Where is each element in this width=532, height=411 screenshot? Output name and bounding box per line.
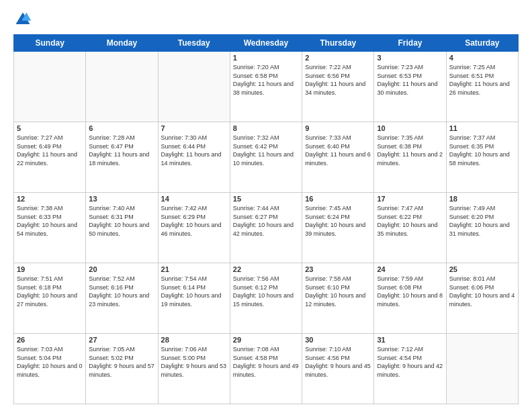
day-number: 21: [161, 265, 227, 273]
calendar-cell: 24Sunrise: 7:59 AMSunset: 6:08 PMDayligh…: [374, 263, 446, 334]
day-info: Sunrise: 7:20 AMSunset: 6:58 PMDaylight:…: [233, 63, 299, 97]
calendar-cell: 5Sunrise: 7:27 AMSunset: 6:49 PMDaylight…: [14, 122, 86, 193]
day-number: 27: [89, 336, 154, 344]
calendar-cell: 21Sunrise: 7:54 AMSunset: 6:14 PMDayligh…: [158, 263, 230, 334]
calendar-cell: 19Sunrise: 7:51 AMSunset: 6:18 PMDayligh…: [14, 263, 86, 334]
day-number: 23: [305, 265, 371, 273]
day-info: Sunrise: 7:23 AMSunset: 6:53 PMDaylight:…: [377, 63, 443, 97]
calendar-cell: 7Sunrise: 7:30 AMSunset: 6:44 PMDaylight…: [158, 122, 230, 193]
day-info: Sunrise: 7:56 AMSunset: 6:12 PMDaylight:…: [233, 275, 299, 308]
day-info: Sunrise: 7:52 AMSunset: 6:16 PMDaylight:…: [89, 275, 154, 308]
day-info: Sunrise: 7:22 AMSunset: 6:56 PMDaylight:…: [305, 63, 371, 97]
day-info: Sunrise: 7:38 AMSunset: 6:33 PMDaylight:…: [17, 204, 83, 238]
calendar-week-row: 26Sunrise: 7:03 AMSunset: 5:04 PMDayligh…: [14, 334, 519, 404]
calendar-cell: 12Sunrise: 7:38 AMSunset: 6:33 PMDayligh…: [14, 193, 86, 263]
calendar-cell: 20Sunrise: 7:52 AMSunset: 6:16 PMDayligh…: [86, 263, 158, 334]
day-number: 4: [449, 54, 515, 62]
calendar-cell: 9Sunrise: 7:33 AMSunset: 6:40 PMDaylight…: [302, 122, 374, 193]
day-info: Sunrise: 7:59 AMSunset: 6:08 PMDaylight:…: [377, 275, 443, 308]
logo-icon: [13, 10, 32, 29]
calendar-cell: 1Sunrise: 7:20 AMSunset: 6:58 PMDaylight…: [230, 52, 302, 122]
calendar-cell: 13Sunrise: 7:40 AMSunset: 6:31 PMDayligh…: [86, 193, 158, 263]
calendar-cell: 16Sunrise: 7:45 AMSunset: 6:24 PMDayligh…: [302, 193, 374, 263]
day-number: 29: [233, 336, 299, 344]
day-number: 13: [89, 195, 154, 203]
day-info: Sunrise: 7:42 AMSunset: 6:29 PMDaylight:…: [161, 204, 227, 238]
day-number: 7: [161, 124, 227, 132]
calendar-cell: 26Sunrise: 7:03 AMSunset: 5:04 PMDayligh…: [14, 334, 86, 404]
day-number: 1: [233, 54, 299, 62]
calendar-cell: 15Sunrise: 7:44 AMSunset: 6:27 PMDayligh…: [230, 193, 302, 263]
day-info: Sunrise: 7:33 AMSunset: 6:40 PMDaylight:…: [305, 134, 371, 167]
calendar-cell: 27Sunrise: 7:05 AMSunset: 5:02 PMDayligh…: [86, 334, 158, 404]
day-info: Sunrise: 7:58 AMSunset: 6:10 PMDaylight:…: [305, 275, 371, 308]
day-info: Sunrise: 7:30 AMSunset: 6:44 PMDaylight:…: [161, 134, 227, 167]
day-number: 15: [233, 195, 299, 203]
calendar-header-row: SundayMondayTuesdayWednesdayThursdayFrid…: [14, 35, 519, 52]
day-number: 30: [305, 336, 371, 344]
day-info: Sunrise: 7:08 AMSunset: 4:58 PMDaylight:…: [233, 345, 299, 379]
calendar-cell: 11Sunrise: 7:37 AMSunset: 6:35 PMDayligh…: [446, 122, 518, 193]
calendar-day-header: Sunday: [14, 35, 86, 52]
day-number: 11: [449, 124, 515, 132]
calendar-cell: 22Sunrise: 7:56 AMSunset: 6:12 PMDayligh…: [230, 263, 302, 334]
day-number: 9: [305, 124, 371, 132]
calendar-cell: 29Sunrise: 7:08 AMSunset: 4:58 PMDayligh…: [230, 334, 302, 404]
day-info: Sunrise: 7:03 AMSunset: 5:04 PMDaylight:…: [17, 345, 83, 379]
calendar-cell: [14, 52, 86, 122]
day-number: 24: [377, 265, 443, 273]
day-number: 19: [17, 265, 83, 273]
day-number: 2: [305, 54, 371, 62]
page: SundayMondayTuesdayWednesdayThursdayFrid…: [0, 0, 532, 411]
calendar-day-header: Saturday: [446, 35, 518, 52]
day-number: 16: [305, 195, 371, 203]
calendar-day-header: Thursday: [302, 35, 374, 52]
day-number: 5: [17, 124, 83, 132]
day-number: 22: [233, 265, 299, 273]
calendar-cell: 18Sunrise: 7:49 AMSunset: 6:20 PMDayligh…: [446, 193, 518, 263]
calendar-day-header: Tuesday: [158, 35, 230, 52]
calendar-table: SundayMondayTuesdayWednesdayThursdayFrid…: [13, 34, 519, 404]
day-number: 31: [377, 336, 443, 344]
day-number: 8: [233, 124, 299, 132]
day-number: 3: [377, 54, 443, 62]
day-info: Sunrise: 7:28 AMSunset: 6:47 PMDaylight:…: [89, 134, 154, 167]
day-info: Sunrise: 7:32 AMSunset: 6:42 PMDaylight:…: [233, 134, 299, 167]
calendar-cell: 25Sunrise: 8:01 AMSunset: 6:06 PMDayligh…: [446, 263, 518, 334]
day-number: 17: [377, 195, 443, 203]
day-info: Sunrise: 7:05 AMSunset: 5:02 PMDaylight:…: [89, 345, 154, 379]
calendar-day-header: Wednesday: [230, 35, 302, 52]
day-number: 26: [17, 336, 83, 344]
calendar-cell: 31Sunrise: 7:12 AMSunset: 4:54 PMDayligh…: [374, 334, 446, 404]
header: [13, 10, 519, 29]
day-info: Sunrise: 7:06 AMSunset: 5:00 PMDaylight:…: [161, 345, 227, 379]
calendar-cell: [446, 334, 518, 404]
day-number: 28: [161, 336, 227, 344]
calendar-day-header: Monday: [86, 35, 158, 52]
day-number: 6: [89, 124, 154, 132]
day-number: 10: [377, 124, 443, 132]
calendar-cell: 8Sunrise: 7:32 AMSunset: 6:42 PMDaylight…: [230, 122, 302, 193]
calendar-week-row: 5Sunrise: 7:27 AMSunset: 6:49 PMDaylight…: [14, 122, 519, 193]
calendar-week-row: 19Sunrise: 7:51 AMSunset: 6:18 PMDayligh…: [14, 263, 519, 334]
day-info: Sunrise: 7:47 AMSunset: 6:22 PMDaylight:…: [377, 204, 443, 238]
calendar-cell: 6Sunrise: 7:28 AMSunset: 6:47 PMDaylight…: [86, 122, 158, 193]
calendar-cell: 14Sunrise: 7:42 AMSunset: 6:29 PMDayligh…: [158, 193, 230, 263]
calendar-cell: 17Sunrise: 7:47 AMSunset: 6:22 PMDayligh…: [374, 193, 446, 263]
day-number: 20: [89, 265, 154, 273]
day-info: Sunrise: 7:44 AMSunset: 6:27 PMDaylight:…: [233, 204, 299, 238]
calendar-cell: 3Sunrise: 7:23 AMSunset: 6:53 PMDaylight…: [374, 52, 446, 122]
calendar-cell: 4Sunrise: 7:25 AMSunset: 6:51 PMDaylight…: [446, 52, 518, 122]
day-number: 12: [17, 195, 83, 203]
calendar-week-row: 12Sunrise: 7:38 AMSunset: 6:33 PMDayligh…: [14, 193, 519, 263]
calendar-cell: 28Sunrise: 7:06 AMSunset: 5:00 PMDayligh…: [158, 334, 230, 404]
day-number: 14: [161, 195, 227, 203]
day-info: Sunrise: 7:49 AMSunset: 6:20 PMDaylight:…: [449, 204, 515, 238]
calendar-cell: 10Sunrise: 7:35 AMSunset: 6:38 PMDayligh…: [374, 122, 446, 193]
day-number: 18: [449, 195, 515, 203]
day-info: Sunrise: 7:51 AMSunset: 6:18 PMDaylight:…: [17, 275, 83, 308]
day-info: Sunrise: 7:35 AMSunset: 6:38 PMDaylight:…: [377, 134, 443, 167]
logo: [13, 10, 35, 29]
calendar-day-header: Friday: [374, 35, 446, 52]
calendar-cell: 23Sunrise: 7:58 AMSunset: 6:10 PMDayligh…: [302, 263, 374, 334]
